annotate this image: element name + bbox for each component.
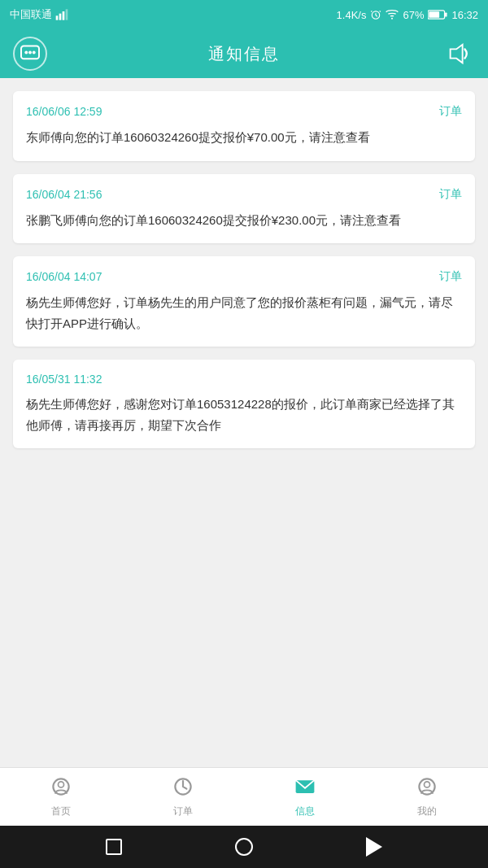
nav-item-orders[interactable]: 订单 bbox=[122, 775, 244, 818]
wifi-icon bbox=[386, 8, 399, 21]
recent-apps-button[interactable] bbox=[106, 839, 122, 855]
bottom-navigation: 首页 订单 信息 我的 bbox=[0, 767, 488, 826]
tag-3: 订单 bbox=[439, 269, 462, 284]
content-area: 16/06/06 12:59 订单 东师傅向您的订单16060324260提交报… bbox=[0, 78, 488, 767]
notification-card-2[interactable]: 16/06/04 21:56 订单 张鹏飞师傅向您的订单16060324260提… bbox=[13, 174, 475, 244]
notification-card-3[interactable]: 16/06/04 14:07 订单 杨先生师傅您好，订单杨先生的用户同意了您的报… bbox=[13, 256, 475, 347]
notification-card-1[interactable]: 16/06/06 12:59 订单 东师傅向您的订单16060324260提交报… bbox=[13, 91, 475, 161]
chat-icon bbox=[20, 45, 41, 63]
card-body-4: 杨先生师傅您好，感谢您对订单16053124228的报价，此订单商家已经选择了其… bbox=[26, 394, 462, 435]
battery-icon bbox=[428, 9, 447, 20]
app-header: 通知信息 bbox=[0, 29, 488, 78]
home-button[interactable] bbox=[235, 838, 253, 856]
home-icon bbox=[50, 775, 72, 801]
card-body-3: 杨先生师傅您好，订单杨先生的用户同意了您的报价蒸柜有问题，漏气元，请尽快打开AP… bbox=[26, 292, 462, 334]
timestamp-1: 16/06/06 12:59 bbox=[26, 105, 102, 118]
card-header-2: 16/06/04 21:56 订单 bbox=[26, 187, 462, 202]
nav-label-messages: 信息 bbox=[295, 805, 315, 818]
time-label: 16:32 bbox=[451, 9, 478, 21]
svg-point-12 bbox=[33, 50, 36, 54]
svg-point-5 bbox=[391, 18, 393, 20]
sound-icon bbox=[446, 41, 470, 66]
timestamp-2: 16/06/04 21:56 bbox=[26, 188, 102, 201]
card-header-4: 16/05/31 11:32 bbox=[26, 373, 462, 386]
card-body-2: 张鹏飞师傅向您的订单16060324260提交报价¥230.00元，请注意查看 bbox=[26, 210, 462, 231]
svg-marker-13 bbox=[451, 45, 463, 63]
back-button[interactable] bbox=[366, 837, 382, 857]
nav-label-home: 首页 bbox=[51, 805, 71, 818]
nav-item-home[interactable]: 首页 bbox=[0, 775, 122, 818]
status-bar: 中国联通 1.4K/s 67% 16:32 bbox=[0, 0, 488, 29]
svg-point-11 bbox=[28, 50, 32, 54]
orders-icon bbox=[172, 775, 194, 801]
status-left: 中国联通 bbox=[10, 7, 68, 22]
profile-icon bbox=[416, 775, 438, 801]
nav-item-profile[interactable]: 我的 bbox=[366, 775, 488, 818]
android-home-bar bbox=[0, 826, 488, 868]
battery-label: 67% bbox=[403, 9, 424, 21]
messages-icon bbox=[294, 775, 316, 801]
carrier-label: 中国联通 bbox=[10, 7, 52, 22]
svg-rect-3 bbox=[66, 9, 68, 20]
card-body-1: 东师傅向您的订单16060324260提交报价¥70.00元，请注意查看 bbox=[26, 127, 462, 148]
sound-button[interactable] bbox=[441, 37, 475, 71]
timestamp-3: 16/06/04 14:07 bbox=[26, 270, 102, 283]
tag-2: 订单 bbox=[439, 187, 462, 202]
svg-rect-7 bbox=[429, 11, 440, 18]
nav-label-profile: 我的 bbox=[417, 805, 437, 818]
speed-label: 1.4K/s bbox=[337, 9, 367, 21]
status-right: 1.4K/s 67% 16:32 bbox=[337, 8, 478, 21]
svg-point-15 bbox=[59, 782, 64, 787]
svg-rect-1 bbox=[59, 14, 62, 20]
signal-icon bbox=[55, 8, 68, 21]
card-header-3: 16/06/04 14:07 订单 bbox=[26, 269, 462, 284]
nav-label-orders: 订单 bbox=[173, 805, 193, 818]
tag-1: 订单 bbox=[439, 104, 462, 119]
nav-item-messages[interactable]: 信息 bbox=[244, 775, 366, 818]
alarm-icon bbox=[370, 9, 381, 20]
svg-rect-2 bbox=[63, 11, 65, 20]
chat-bubble-icon bbox=[13, 37, 47, 71]
page-title: 通知信息 bbox=[208, 43, 280, 65]
svg-point-19 bbox=[425, 782, 430, 787]
timestamp-4: 16/05/31 11:32 bbox=[26, 373, 102, 386]
svg-rect-8 bbox=[445, 12, 447, 16]
notification-card-4[interactable]: 16/05/31 11:32 杨先生师傅您好，感谢您对订单16053124228… bbox=[13, 360, 475, 448]
card-header-1: 16/06/06 12:59 订单 bbox=[26, 104, 462, 119]
svg-point-10 bbox=[24, 50, 28, 54]
svg-rect-0 bbox=[56, 15, 59, 20]
